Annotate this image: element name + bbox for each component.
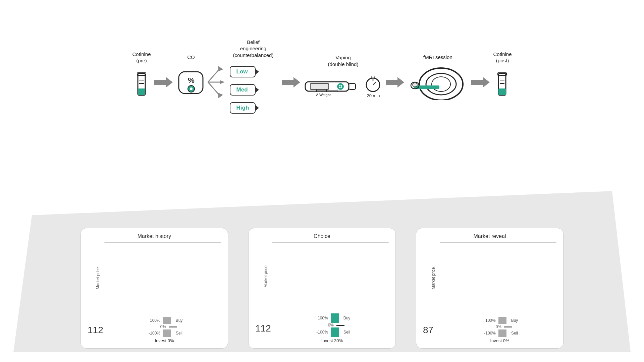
bar-buy-1 [163,317,171,324]
bar-buy-2 [331,313,339,323]
panel-market-reveal-title: Market reveal [423,233,556,239]
panel-value-3: 87 [423,325,440,336]
vaping-label: Vaping(double blind) [328,54,359,67]
svg-point-35 [432,77,450,92]
bar-pct-mid-3: 0% [487,324,501,329]
cotinine-pre-icon [132,70,151,104]
step-co: CO % [176,54,206,100]
svg-marker-5 [154,77,173,87]
fmri-icon [408,67,468,100]
bar-sell-label-3: Sell [511,331,518,336]
bar-mid-2 [336,325,344,326]
bar-pct-sell-2: -100% [314,330,328,335]
bar-buy-label-1: Buy [176,318,183,323]
vaping-icon: Δ Weight 20 min [304,73,382,100]
arrow-4 [468,76,493,88]
svg-marker-16 [282,77,300,87]
invest-bar-1: 100% Buy 0% [108,317,221,343]
bar-sell-label-2: Sell [343,330,350,335]
bar-sell-2 [331,327,339,337]
panel-value-1: 112 [88,325,104,336]
svg-rect-41 [498,88,506,95]
bar-pct-mid-1: 0% [152,324,166,329]
bar-pct-mid-2: 0% [320,323,334,327]
svg-marker-39 [471,77,490,87]
arrow-2 [278,76,304,88]
belief-label: Beliefengineering(counterbalanced) [233,39,274,59]
panel-choice-title: Choice [255,233,389,239]
chart-area-2: 150 0 ? [272,242,389,243]
svg-marker-11 [218,66,223,71]
flow-section: Cotinine (pre) CO [0,20,644,134]
panel-choice: Choice Market price 150 0 ? [248,228,396,349]
y-axis-label-2: Market price [263,265,268,287]
chart-area-1: 150 0 [104,242,221,243]
arrow-3 [382,76,408,88]
panel-value-2: 112 [255,323,272,334]
panel-bottom-1: 112 100% Buy 0% [88,317,221,343]
step-fmri: fMRI session [408,54,468,100]
chart-area-3: 150 0 [440,242,556,243]
belief-high: High [230,102,256,114]
svg-marker-13 [220,80,225,84]
bar-sell-3 [498,329,506,337]
svg-marker-32 [386,77,404,87]
svg-rect-21 [310,83,329,89]
main-container: Cotinine (pre) CO [0,0,644,362]
svg-line-10 [208,69,220,82]
panels-section: Market history Market price 150 0 112 [13,211,631,352]
svg-line-31 [374,76,375,78]
step-cotinine-post: Cotinine(post) [493,51,512,104]
cotinine-pre-label: Cotinine (pre) [132,51,151,64]
bar-buy-3 [498,317,506,324]
panel-bottom-3: 87 100% Buy 0% [423,317,556,343]
cotinine-post-icon [493,70,512,104]
belief-med: Med [230,84,256,96]
panel-market-reveal: Market reveal Market price 150 0 [416,228,564,349]
panel-bottom-2: 112 100% Buy 0% [255,313,389,343]
panel-market-history: Market history Market price 150 0 112 [80,228,228,349]
svg-rect-20 [349,83,356,89]
invest-label-2: Invest 30% [321,338,343,343]
bar-pct-buy-2: 100% [314,316,328,320]
bar-mid-1 [169,326,177,327]
svg-line-29 [373,82,376,85]
svg-point-9 [190,87,193,90]
invest-label-3: Invest 0% [490,338,509,343]
svg-text:%: % [188,76,195,84]
arrow-1 [151,76,176,88]
bar-mid-3 [504,326,512,327]
cotinine-post-label: Cotinine(post) [493,51,512,64]
panel-market-history-title: Market history [88,233,221,239]
bar-sell-label-1: Sell [176,331,182,336]
belief-low: Low [230,66,256,77]
bar-pct-buy-1: 100% [146,318,160,323]
invest-label-1: Invest 0% [155,338,174,343]
svg-line-14 [208,82,220,96]
step-belief: Beliefengineering(counterbalanced) Low M… [226,39,274,116]
svg-point-18 [337,83,344,90]
fmri-label: fMRI session [423,54,452,61]
svg-text:Δ Weight: Δ Weight [316,93,331,97]
co-icon: % [176,67,206,100]
invest-bar-3: 100% Buy 0% [443,317,556,343]
bar-pct-sell-3: -100% [482,331,496,336]
svg-line-30 [371,76,372,78]
y-axis-label-3: Market price [431,267,436,289]
step-cotinine-pre: Cotinine (pre) [132,51,151,104]
y-axis-label-1: Market price [96,267,100,289]
bar-pct-sell-1: -100% [146,331,160,336]
svg-point-38 [413,83,417,87]
bar-buy-label-3: Buy [511,318,518,323]
step-vaping: Vaping(double blind) [304,54,382,100]
bar-buy-label-2: Buy [343,316,351,320]
co-label: CO [187,54,195,61]
bar-pct-buy-3: 100% [482,318,496,323]
branching-arrows [206,62,226,102]
svg-rect-1 [138,88,145,95]
panels-row: Market history Market price 150 0 112 [13,228,631,352]
invest-bar-2: 100% Buy 0% [275,313,389,343]
bar-sell-1 [163,329,171,337]
svg-marker-15 [218,93,223,98]
